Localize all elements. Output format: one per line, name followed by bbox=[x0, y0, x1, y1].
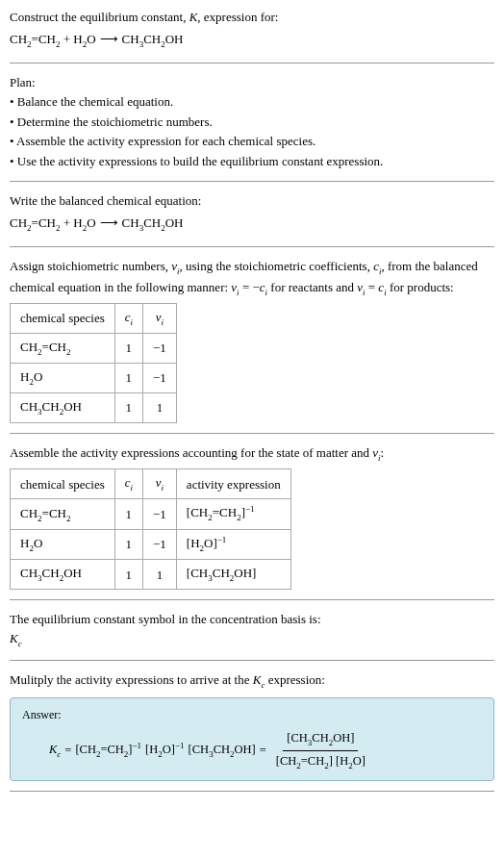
table-cell: H2O bbox=[11, 364, 115, 393]
table-header: activity expression bbox=[176, 469, 290, 499]
stoich-intro: Assign stoichiometric numbers, νi, using… bbox=[10, 257, 494, 299]
table-cell: 1 bbox=[114, 393, 142, 423]
kc-symbol: Kc bbox=[10, 629, 494, 650]
plan-title: Plan: bbox=[10, 73, 494, 92]
table-row: H2O 1 −1 [H2O]−1 bbox=[11, 529, 291, 559]
term: [CH2=CH2]−1 bbox=[75, 740, 141, 761]
table-row: CH3CH2OH 1 1 bbox=[11, 393, 177, 423]
table-cell: H2O bbox=[11, 529, 115, 559]
table-header: ci bbox=[114, 469, 142, 499]
section-activity: Assemble the activity expressions accoun… bbox=[10, 443, 494, 600]
table-row: CH3CH2OH 1 1 [CH3CH2OH] bbox=[11, 560, 291, 590]
plan-item: • Assemble the activity expression for e… bbox=[10, 132, 494, 151]
table-row: H2O 1 −1 bbox=[11, 364, 177, 393]
table-header-row: chemical species ci νi activity expressi… bbox=[11, 469, 291, 499]
answer-label: Answer: bbox=[22, 706, 482, 723]
question-equation: CH2=CH2 + H2O⟶CH3CH2OH bbox=[10, 30, 494, 51]
table-cell: 1 bbox=[114, 529, 142, 559]
section-question: Construct the equilibrium constant, K, e… bbox=[10, 8, 494, 63]
activity-table: chemical species ci νi activity expressi… bbox=[10, 468, 291, 590]
plan-list: • Balance the chemical equation. • Deter… bbox=[10, 92, 494, 170]
table-row: CH2=CH2 1 −1 [CH2=CH2]−1 bbox=[11, 499, 291, 529]
term: [H2O]−1 bbox=[145, 740, 184, 761]
kc-symbol-intro: The equilibrium constant symbol in the c… bbox=[10, 610, 494, 629]
equals: = bbox=[64, 742, 71, 760]
table-cell: CH2=CH2 bbox=[11, 499, 115, 529]
table-cell: 1 bbox=[143, 393, 177, 423]
table-header-row: chemical species ci νi bbox=[11, 303, 177, 333]
multiply-intro: Mulitply the activity expressions to arr… bbox=[10, 670, 494, 692]
table-row: CH2=CH2 1 −1 bbox=[11, 333, 177, 363]
table-cell: CH2=CH2 bbox=[11, 333, 115, 363]
table-cell: −1 bbox=[143, 499, 177, 529]
plan-item: • Balance the chemical equation. bbox=[10, 92, 494, 112]
table-header: νi bbox=[143, 469, 177, 499]
balanced-equation: CH2=CH2 + H2O⟶CH3CH2OH bbox=[10, 214, 494, 235]
equals: = bbox=[260, 742, 266, 760]
table-cell: 1 bbox=[114, 364, 142, 393]
table-cell: [H2O]−1 bbox=[176, 529, 290, 559]
table-cell: 1 bbox=[143, 560, 177, 590]
stoich-table: chemical species ci νi CH2=CH2 1 −1 H2O … bbox=[10, 303, 177, 423]
answer-box: Answer: Kc = [CH2=CH2]−1 [H2O]−1 [CH3CH2… bbox=[10, 697, 494, 781]
plan-item: • Determine the stoichiometric numbers. bbox=[10, 113, 494, 132]
question-intro: Construct the equilibrium constant, K, e… bbox=[10, 8, 494, 27]
section-plan: Plan: • Balance the chemical equation. •… bbox=[10, 73, 494, 183]
kc-var: Kc bbox=[49, 741, 61, 761]
table-cell: 1 bbox=[114, 499, 142, 529]
table-cell: 1 bbox=[114, 333, 142, 363]
table-cell: 1 bbox=[114, 560, 142, 590]
plan-item: • Use the activity expressions to build … bbox=[10, 152, 494, 171]
table-cell: [CH3CH2OH] bbox=[176, 560, 290, 590]
balanced-intro: Write the balanced chemical equation: bbox=[10, 191, 494, 211]
activity-intro: Assemble the activity expressions accoun… bbox=[10, 443, 494, 465]
table-cell: −1 bbox=[143, 529, 177, 559]
table-cell: −1 bbox=[143, 333, 177, 363]
fraction-numerator: [CH3CH2OH] bbox=[283, 729, 358, 751]
section-stoich: Assign stoichiometric numbers, νi, using… bbox=[10, 257, 494, 435]
table-cell: CH3CH2OH bbox=[11, 393, 115, 423]
table-header: chemical species bbox=[11, 303, 115, 333]
table-cell: −1 bbox=[143, 364, 177, 393]
table-header: νi bbox=[143, 303, 177, 333]
section-kc-symbol: The equilibrium constant symbol in the c… bbox=[10, 610, 494, 661]
section-balanced: Write the balanced chemical equation: CH… bbox=[10, 191, 494, 247]
fraction-denominator: [CH2=CH2] [H2O] bbox=[272, 751, 369, 772]
section-multiply: Mulitply the activity expressions to arr… bbox=[10, 670, 494, 792]
term: [CH3CH2OH] bbox=[189, 741, 256, 761]
table-header: ci bbox=[114, 303, 142, 333]
table-cell: CH3CH2OH bbox=[11, 560, 115, 590]
table-cell: [CH2=CH2]−1 bbox=[176, 499, 290, 529]
kc-expression: Kc = [CH2=CH2]−1 [H2O]−1 [CH3CH2OH] = [C… bbox=[22, 729, 482, 772]
fraction: [CH3CH2OH] [CH2=CH2] [H2O] bbox=[272, 729, 369, 772]
table-header: chemical species bbox=[11, 469, 115, 499]
